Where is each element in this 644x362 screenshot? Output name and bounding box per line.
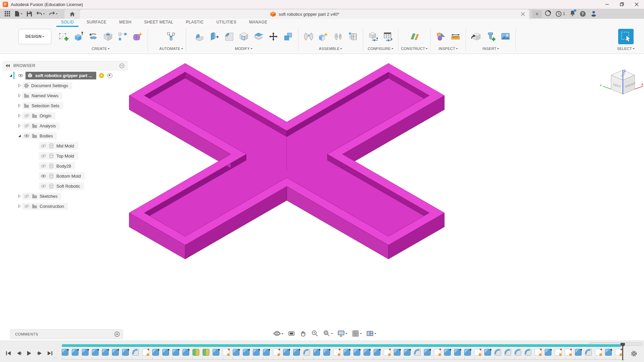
import-mesh-icon[interactable] xyxy=(469,28,483,45)
shell-icon[interactable] xyxy=(236,28,251,45)
timeline-feature-extrude[interactable] xyxy=(182,349,189,356)
browser-row-document-settings[interactable]: Document Settings xyxy=(3,80,127,90)
timeline-feature-extrude[interactable] xyxy=(253,349,260,356)
timeline-feature-sketch[interactable] xyxy=(434,349,441,356)
visibility-eye-icon[interactable] xyxy=(41,144,46,148)
visibility-eye-icon[interactable] xyxy=(41,174,46,178)
timeline-feature-sketch[interactable] xyxy=(595,349,602,356)
timeline-feature-extrude[interactable] xyxy=(464,349,471,356)
configure-icon[interactable] xyxy=(366,28,381,45)
timeline-feature-sketch[interactable] xyxy=(535,349,541,356)
timeline-feature-extrude[interactable] xyxy=(122,349,129,356)
step-forward-button[interactable] xyxy=(36,350,43,357)
timeline-feature-extrude[interactable] xyxy=(172,349,179,356)
timeline-feature-extrude[interactable] xyxy=(454,349,461,356)
browser-row-sketches[interactable]: Sketches xyxy=(3,191,127,201)
new-component-icon[interactable] xyxy=(316,28,331,45)
view-cube[interactable]: LEFT FRONT TOP Y X Z xyxy=(597,64,644,104)
browser-row-origin[interactable]: Origin xyxy=(3,111,127,121)
section-analysis-icon[interactable] xyxy=(448,28,463,45)
viewports-caret-icon[interactable] xyxy=(374,333,376,335)
timeline-feature-sketch[interactable] xyxy=(565,349,572,356)
offset-face-icon[interactable] xyxy=(207,28,222,45)
split-body-icon[interactable] xyxy=(251,28,266,45)
file-menu-button[interactable] xyxy=(12,9,24,18)
timeline-feature-sketch[interactable] xyxy=(142,349,149,356)
combine-icon[interactable] xyxy=(281,28,296,45)
visibility-eye-icon[interactable] xyxy=(24,114,30,118)
group-label-construct[interactable]: CONSTRUCT xyxy=(401,46,428,52)
timeline-feature-extrude[interactable] xyxy=(605,349,612,356)
timeline-feature-extrude[interactable] xyxy=(72,349,78,356)
fillet-icon[interactable] xyxy=(222,28,236,45)
step-back-button[interactable] xyxy=(15,350,22,357)
timeline-settings-gear-icon[interactable] xyxy=(631,350,637,357)
visibility-eye-icon[interactable] xyxy=(18,73,23,78)
display-settings-icon[interactable] xyxy=(336,330,348,337)
visibility-eye-icon[interactable] xyxy=(24,194,30,198)
timeline-feature-extrude[interactable] xyxy=(404,349,411,356)
timeline-feature-extrude[interactable] xyxy=(213,349,219,356)
timeline-playhead[interactable] xyxy=(621,343,625,360)
timeline-feature-extrude[interactable] xyxy=(323,349,330,356)
timeline-feature-extrude[interactable] xyxy=(263,349,270,356)
timeline-feature-extrude[interactable] xyxy=(424,349,431,356)
timeline-feature-fillet[interactable] xyxy=(132,349,139,356)
timeline-feature-extrude[interactable] xyxy=(575,349,582,356)
timeline-feature-sketch[interactable] xyxy=(223,349,229,356)
browser-row-bodies[interactable]: Bodies xyxy=(3,131,127,141)
timeline-feature-extrude[interactable] xyxy=(293,349,300,356)
expand-icon[interactable] xyxy=(17,84,22,87)
timeline-feature-extrude[interactable] xyxy=(394,349,400,356)
timeline-feature-fillet[interactable] xyxy=(303,349,310,356)
browser-row-named-views[interactable]: Named Views xyxy=(3,90,127,101)
timeline-feature-sketch[interactable] xyxy=(273,349,280,356)
group-label-configure[interactable]: CONFIGURE xyxy=(368,46,393,52)
model-bottom-mold[interactable] xyxy=(129,63,444,259)
timeline-feature-extrude[interactable] xyxy=(374,349,380,356)
timeline-feature-fillet[interactable] xyxy=(525,349,531,356)
joint-icon[interactable] xyxy=(301,28,316,45)
timeline-feature-sketch[interactable] xyxy=(333,349,340,356)
group-label-modify[interactable]: MODIFY xyxy=(235,46,253,52)
add-comment-icon[interactable] xyxy=(114,331,120,337)
timeline-feature-fillet[interactable] xyxy=(585,349,592,356)
orbit-icon[interactable] xyxy=(272,330,284,337)
minimize-browser-icon[interactable] xyxy=(119,63,124,68)
redo-button[interactable] xyxy=(47,9,60,18)
timeline-range-bar[interactable] xyxy=(62,344,621,347)
collapse-icon[interactable] xyxy=(17,134,22,137)
browser-row-construction[interactable]: Construction xyxy=(3,201,127,211)
fit-icon[interactable] xyxy=(322,330,334,337)
measure-icon[interactable] xyxy=(433,28,448,45)
automate-icon[interactable] xyxy=(164,28,178,45)
timeline-feature-loft[interactable] xyxy=(203,349,209,356)
group-label-automate[interactable]: AUTOMATE xyxy=(159,46,183,52)
visibility-eye-icon[interactable] xyxy=(24,134,30,138)
hole-icon[interactable] xyxy=(101,28,115,45)
zoom-icon[interactable] xyxy=(310,330,320,337)
profile-avatar-icon[interactable] xyxy=(590,9,597,18)
skip-to-start-button[interactable] xyxy=(5,350,12,357)
timeline-feature-loft[interactable] xyxy=(193,349,199,356)
group-label-select[interactable]: SELECT xyxy=(617,46,635,52)
expand-icon[interactable] xyxy=(17,194,22,198)
as-built-joint-icon[interactable] xyxy=(331,28,345,45)
tab-surface[interactable]: SURFACE xyxy=(82,19,111,27)
notifications-bell-icon[interactable] xyxy=(570,10,576,18)
document-tab[interactable]: soft robotics gripper part 2 v40* xyxy=(80,9,529,19)
timeline-feature-extrude[interactable] xyxy=(82,349,89,356)
group-label-inspect[interactable]: INSPECT xyxy=(438,46,458,52)
play-button[interactable] xyxy=(25,350,33,357)
expand-icon[interactable] xyxy=(17,204,22,208)
new-tab-button[interactable]: + xyxy=(532,10,542,18)
timeline-feature-extrude[interactable] xyxy=(62,349,68,356)
save-button[interactable] xyxy=(24,9,34,18)
create-sketch-icon[interactable] xyxy=(56,28,71,45)
browser-row-analysis[interactable]: Analysis xyxy=(3,121,127,131)
tab-plastic[interactable]: PLASTIC xyxy=(181,19,208,27)
job-status-icon[interactable] xyxy=(545,10,551,18)
expand-icon[interactable] xyxy=(17,94,22,97)
redo-caret-icon[interactable] xyxy=(56,13,58,15)
move-copy-icon[interactable] xyxy=(266,28,281,45)
